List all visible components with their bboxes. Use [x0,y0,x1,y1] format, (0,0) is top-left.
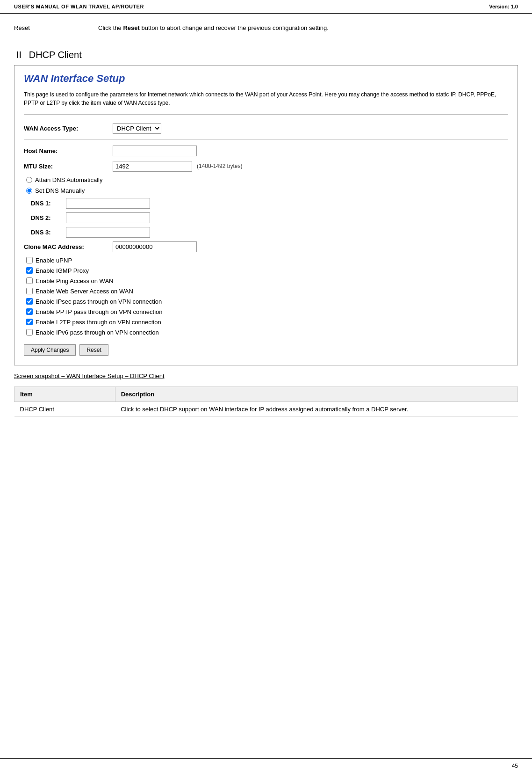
ipv6-label: Enable IPv6 pass through on VPN connecti… [36,329,159,336]
attain-dns-label: Attain DNS Automatically [35,176,103,183]
attain-dns-row: Attain DNS Automatically [26,176,508,183]
webserver-checkbox[interactable] [26,288,33,294]
dns1-label: DNS 1: [31,200,66,207]
reset-description: Click the Reset button to abort change a… [98,23,329,33]
wan-access-type-select[interactable]: DHCP Client Static IP PPPoE PPTP L2TP [113,123,161,134]
wan-access-type-row: WAN Access Type: DHCP Client Static IP P… [24,123,508,134]
header-version: Version: 1.0 [489,4,518,9]
table-header-item: Item [14,386,115,401]
dns1-row: DNS 1: [31,198,508,209]
form-divider-1 [24,139,508,140]
clone-mac-row: Clone MAC Address: [24,241,508,252]
ping-row: Enable Ping Access on WAN [26,277,508,284]
table-row: DHCP Client Click to select DHCP support… [14,401,518,416]
l2tp-checkbox[interactable] [26,319,33,325]
pptp-vpn-row: Enable PPTP pass through on VPN connecti… [26,308,508,315]
section-heading: II DHCP Client [14,50,518,60]
table-header-row: Item Description [14,386,518,401]
reset-desc-suffix: button to abort change and recover the p… [140,24,329,31]
attain-dns-radio[interactable] [26,177,32,183]
set-dns-row: Set DNS Manually [26,187,508,194]
host-name-row: Host Name: [24,146,508,156]
reset-button[interactable]: Reset [79,344,108,356]
page-header: USER'S MANUAL OF WLAN TRAVEL AP/ROUTER V… [0,0,532,14]
wan-access-type-label: WAN Access Type: [24,125,113,132]
ping-checkbox[interactable] [26,277,33,284]
button-row: Apply Changes Reset [24,344,508,356]
ipv6-row: Enable IPv6 pass through on VPN connecti… [26,329,508,336]
table-cell-item: DHCP Client [14,401,115,416]
webserver-row: Enable Web Server Access on WAN [26,288,508,295]
wan-interface-box: WAN Interface Setup This page is used to… [14,65,518,365]
info-table: Item Description DHCP Client Click to se… [14,386,518,417]
host-name-label: Host Name: [24,147,113,154]
table-body: DHCP Client Click to select DHCP support… [14,401,518,416]
dns1-input[interactable] [66,198,150,209]
ipv6-checkbox[interactable] [26,329,33,335]
mtu-size-input[interactable] [113,161,192,172]
igmp-row: Enable IGMP Proxy [26,267,508,274]
header-title: USER'S MANUAL OF WLAN TRAVEL AP/ROUTER [14,4,144,9]
pptp-vpn-label: Enable PPTP pass through on VPN connecti… [36,308,163,315]
dns3-input[interactable] [66,227,150,238]
upnp-row: Enable uPNP [26,257,508,264]
ipsec-label: Enable IPsec pass through on VPN connect… [36,298,162,305]
main-content: Reset Click the Reset button to abort ch… [0,14,532,426]
wan-title: WAN Interface Setup [24,73,508,85]
upnp-label: Enable uPNP [36,257,72,264]
mtu-hint: (1400-1492 bytes) [197,163,242,169]
dns2-label: DNS 2: [31,214,66,221]
igmp-checkbox[interactable] [26,267,33,274]
reset-desc-prefix: Click the [98,24,123,31]
screen-caption: Screen snapshot – WAN Interface Setup – … [14,372,518,379]
clone-mac-label: Clone MAC Address: [24,243,113,250]
pptp-vpn-checkbox[interactable] [26,308,33,315]
host-name-input[interactable] [113,146,197,156]
webserver-label: Enable Web Server Access on WAN [36,288,133,295]
reset-label: Reset [14,23,98,33]
wan-description: This page is used to configure the param… [24,90,508,115]
mtu-size-label: MTU Size: [24,163,113,170]
ping-label: Enable Ping Access on WAN [36,277,113,284]
dns2-row: DNS 2: [31,212,508,223]
dns2-input[interactable] [66,212,150,223]
page-number: 45 [512,763,518,769]
reset-description-row: Reset Click the Reset button to abort ch… [14,23,518,40]
set-dns-radio[interactable] [26,188,32,194]
mtu-size-row: MTU Size: (1400-1492 bytes) [24,161,508,172]
igmp-label: Enable IGMP Proxy [36,267,89,274]
ipsec-row: Enable IPsec pass through on VPN connect… [26,298,508,305]
dns-section: DNS 1: DNS 2: DNS 3: [31,198,508,238]
table-cell-description: Click to select DHCP support on WAN inte… [115,401,518,416]
ipsec-checkbox[interactable] [26,298,33,305]
clone-mac-input[interactable] [113,241,197,252]
l2tp-row: Enable L2TP pass through on VPN connecti… [26,319,508,326]
dns3-row: DNS 3: [31,227,508,238]
apply-changes-button[interactable]: Apply Changes [24,344,76,356]
page-footer: 45 [0,758,532,773]
section-roman: II [16,50,22,60]
set-dns-label: Set DNS Manually [35,187,85,194]
reset-desc-bold: Reset [123,24,139,31]
l2tp-label: Enable L2TP pass through on VPN connecti… [36,319,161,326]
table-header: Item Description [14,386,518,401]
dns3-label: DNS 3: [31,229,66,236]
upnp-checkbox[interactable] [26,257,33,263]
table-header-description: Description [115,386,518,401]
section-title: DHCP Client [29,50,82,60]
